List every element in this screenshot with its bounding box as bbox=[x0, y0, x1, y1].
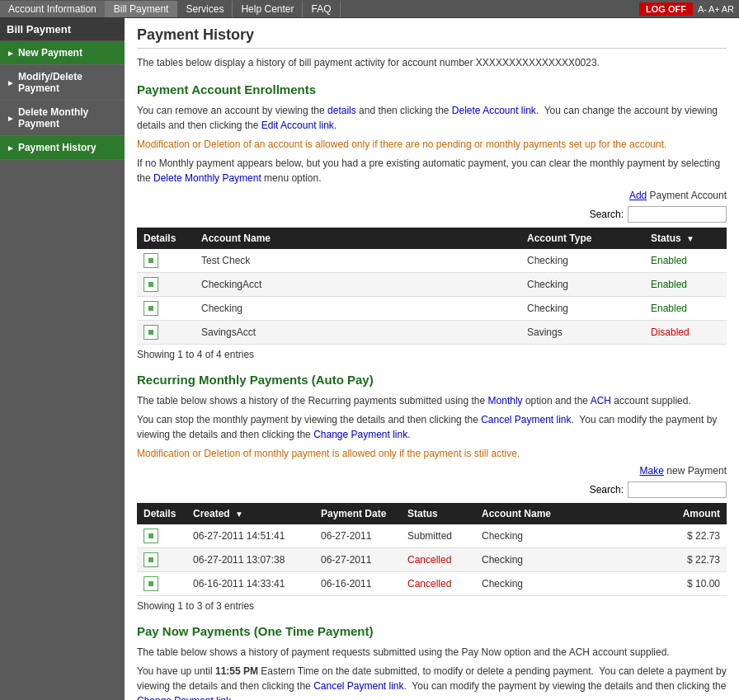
sidebar-item-label: New Payment bbox=[18, 47, 82, 59]
detail-icon[interactable] bbox=[144, 301, 158, 316]
recurring-table: Details Created ▼ Payment Date Status Ac… bbox=[137, 503, 727, 596]
font-increase[interactable]: A+ bbox=[708, 4, 720, 14]
col-status: Status ▼ bbox=[644, 228, 727, 249]
edit-account-link[interactable]: Edit Account link bbox=[261, 120, 334, 131]
payment-date-cell: 06-27-2011 bbox=[314, 524, 401, 548]
account-type-cell: Checking bbox=[520, 297, 644, 321]
col-account-name: Account Name bbox=[195, 228, 520, 249]
account-name-cell: CheckingAcct bbox=[195, 273, 520, 297]
amount-cell: $ 10.00 bbox=[652, 572, 727, 596]
details-cell bbox=[137, 297, 195, 321]
account-name-cell: SavingsAcct bbox=[195, 321, 520, 345]
detail-icon[interactable] bbox=[144, 552, 158, 567]
enrollments-heading: Payment Account Enrollments bbox=[137, 82, 727, 96]
recurring-heading: Recurring Monthly Payments (Auto Pay) bbox=[137, 373, 727, 387]
rcol-account-name: Account Name bbox=[475, 503, 652, 524]
enrollments-search-bar: Search: bbox=[137, 206, 727, 223]
account-type-cell: Savings bbox=[520, 321, 644, 345]
cancel-payment-link2[interactable]: Cancel Payment link bbox=[313, 680, 403, 692]
details-link[interactable]: details bbox=[327, 105, 356, 116]
cancel-payment-link[interactable]: Cancel Payment link bbox=[481, 414, 571, 425]
nav-help-center[interactable]: Help Center bbox=[233, 1, 303, 17]
arrow-icon: ► bbox=[7, 49, 15, 58]
font-decrease[interactable]: A- bbox=[698, 4, 707, 14]
account-name-cell: Checking bbox=[475, 572, 652, 596]
account-name-cell: Test Check bbox=[195, 249, 520, 273]
detail-icon[interactable] bbox=[144, 325, 158, 340]
account-type-cell: Checking bbox=[520, 249, 644, 273]
account-name-cell: Checking bbox=[195, 297, 520, 321]
paynow-info2: You have up until 11:55 PM Eastern Time … bbox=[137, 664, 727, 700]
created-cell: 06-27-2011 13:07:38 bbox=[186, 548, 314, 572]
delete-monthly-link[interactable]: Delete Monthly Payment bbox=[153, 172, 261, 184]
sort-icon[interactable]: ▼ bbox=[235, 510, 243, 519]
enrollments-info3: If no Monthly payment appears below, but… bbox=[137, 156, 727, 186]
ach-link[interactable]: ACH bbox=[591, 395, 611, 406]
detail-icon[interactable] bbox=[144, 529, 158, 543]
details-cell bbox=[137, 548, 186, 572]
arrow-icon: ► bbox=[7, 143, 15, 153]
rcol-amount: Amount bbox=[652, 503, 727, 524]
delete-account-link[interactable]: Delete Account link bbox=[452, 105, 536, 116]
rcol-status: Status bbox=[401, 503, 475, 524]
detail-icon[interactable] bbox=[144, 277, 158, 292]
details-cell bbox=[137, 321, 195, 345]
sidebar-item-payment-history[interactable]: ► Payment History bbox=[0, 136, 125, 160]
enrollments-table-header-row: Details Account Name Account Type Status… bbox=[137, 228, 727, 249]
font-controls: A- A+ AR bbox=[693, 4, 739, 14]
paynow-info1: The table below shows a history of payme… bbox=[137, 645, 727, 660]
recurring-search-bar: Search: bbox=[137, 482, 727, 498]
status-cell: Cancelled bbox=[401, 572, 475, 596]
recurring-showing-entries: Showing 1 to 3 of 3 entries bbox=[137, 600, 727, 612]
table-row: Test Check Checking Enabled bbox=[137, 249, 727, 273]
recurring-search-input[interactable] bbox=[628, 482, 727, 498]
amount-cell: $ 22.73 bbox=[652, 524, 727, 548]
change-payment-link2[interactable]: Change Payment link bbox=[137, 695, 231, 700]
col-account-type: Account Type bbox=[520, 228, 644, 249]
arrow-icon: ► bbox=[7, 114, 15, 123]
table-row: SavingsAcct Savings Disabled bbox=[137, 321, 727, 345]
status-cell: Cancelled bbox=[401, 548, 475, 572]
sidebar-item-label: Modify/Delete Payment bbox=[18, 71, 118, 94]
account-type-cell: Checking bbox=[520, 273, 644, 297]
sidebar-header: Bill Payment bbox=[0, 18, 125, 41]
details-cell bbox=[137, 249, 195, 273]
nav-bill-payment[interactable]: Bill Payment bbox=[106, 1, 178, 17]
font-ar[interactable]: AR bbox=[722, 4, 734, 14]
sidebar-item-label: Delete Monthly Payment bbox=[18, 106, 118, 129]
recurring-search-label: Search: bbox=[590, 484, 624, 496]
nav-account-information[interactable]: Account Information bbox=[0, 1, 106, 17]
table-row: 06-16-2011 14:33:41 06-16-2011 Cancelled… bbox=[137, 572, 727, 596]
rcol-details: Details bbox=[137, 503, 186, 524]
sidebar-item-modify-delete[interactable]: ► Modify/Delete Payment bbox=[0, 65, 125, 101]
enrollments-search-input[interactable] bbox=[628, 206, 727, 223]
payment-date-cell: 06-27-2011 bbox=[314, 548, 401, 572]
status-cell: Enabled bbox=[644, 273, 727, 297]
recurring-info1: The table below shows a history of the R… bbox=[137, 393, 727, 408]
detail-icon[interactable] bbox=[144, 576, 158, 591]
details-cell bbox=[137, 524, 186, 548]
add-payment-account-link[interactable]: Add Payment Account bbox=[629, 190, 727, 201]
nav-services[interactable]: Services bbox=[177, 1, 233, 17]
enrollments-table: Details Account Name Account Type Status… bbox=[137, 228, 727, 345]
table-row: Checking Checking Enabled bbox=[137, 297, 727, 321]
details-cell bbox=[137, 572, 186, 596]
account-name-cell: Checking bbox=[475, 524, 652, 548]
logout-button[interactable]: LOG OFF bbox=[639, 2, 693, 16]
enrollments-info2: Modification or Deletion of an account i… bbox=[137, 137, 727, 152]
arrow-icon: ► bbox=[7, 78, 15, 87]
table-row: CheckingAcct Checking Enabled bbox=[137, 273, 727, 297]
detail-icon[interactable] bbox=[144, 253, 158, 268]
nav-faq[interactable]: FAQ bbox=[303, 1, 340, 17]
sort-icon[interactable]: ▼ bbox=[686, 234, 694, 243]
payment-date-cell: 06-16-2011 bbox=[314, 572, 401, 596]
recurring-make-new-payment-link[interactable]: Make new Payment bbox=[640, 465, 727, 477]
amount-cell: $ 22.73 bbox=[652, 548, 727, 572]
col-details: Details bbox=[137, 228, 195, 249]
status-cell: Enabled bbox=[644, 249, 727, 273]
sidebar-item-delete-monthly[interactable]: ► Delete Monthly Payment bbox=[0, 101, 125, 136]
change-payment-link[interactable]: Change Payment link bbox=[313, 429, 407, 440]
sidebar-item-new-payment[interactable]: ► New Payment bbox=[0, 41, 125, 65]
monthly-link[interactable]: Monthly bbox=[488, 395, 523, 406]
created-cell: 06-16-2011 14:33:41 bbox=[186, 572, 314, 596]
